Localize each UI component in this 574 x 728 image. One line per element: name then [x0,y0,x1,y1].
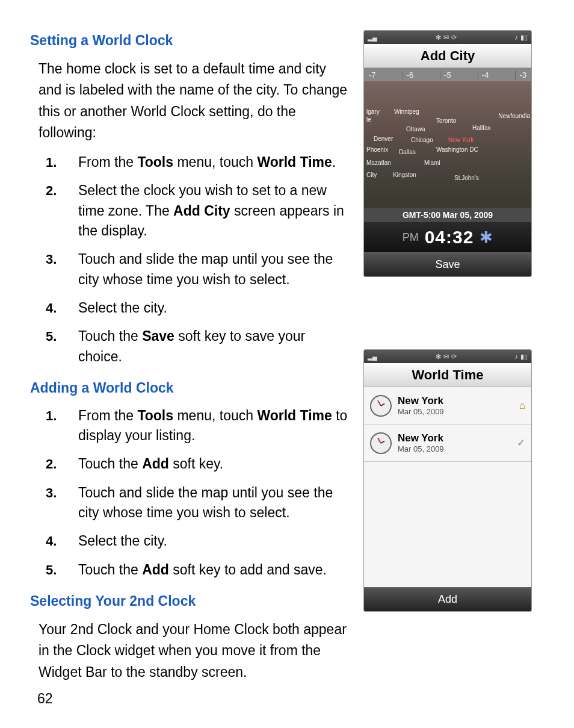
map-city-label: Miami [424,160,440,166]
signal-icon: ▂▄ [368,34,377,42]
step-number: 3. [46,249,78,290]
step-number: 4. [46,298,78,318]
step-text: Touch the Add soft key to add and save. [78,560,353,580]
map-city-label: Ottawa [406,126,425,132]
steps-list-adding: 1.From the Tools menu, touch World Time … [46,406,353,580]
step-number: 1. [46,152,78,172]
refresh-icon: ⟳ [451,353,457,361]
signal-icon: ▂▄ [368,353,377,361]
section-heading-adding: Adding a World Clock [30,378,353,399]
step-item: 1.From the Tools menu, touch World Time. [46,152,353,172]
step-text: From the Tools menu, touch World Time. [78,152,353,172]
city-list: New York Mar 05, 2009 ⌂ New York Mar 05,… [364,387,531,587]
check-icon: ✓ [517,437,525,449]
screen-title: World Time [364,363,531,387]
city-date: Mar 05, 2009 [398,444,511,453]
city-name: New York [398,395,513,407]
city-date: Mar 05, 2009 [398,407,513,416]
map-city-label: le [366,116,371,123]
step-number: 4. [46,531,78,551]
step-number: 5. [46,560,78,580]
status-bar: ▂▄ ✻ ✉ ⟳ ♪ ▮▯ [364,350,531,363]
clock-time: 04:32 [425,227,474,247]
step-item: 2.Select the clock you wish to set to a … [46,181,353,241]
bluetooth-icon: ✻ [436,353,441,361]
intro-paragraph: The home clock is set to a default time … [39,58,353,145]
step-text: Touch and slide the map until you see th… [78,483,353,523]
phone-screenshot-add-city: ▂▄ ✻ ✉ ⟳ ♪ ▮▯ Add City -7 -6 -5 -4 -3 [363,30,532,277]
step-text: Touch the Save soft key to save your cho… [78,326,353,367]
clock-icon [370,432,392,454]
map-city-label: Dallas [399,149,416,155]
intro-paragraph: Your 2nd Clock and your Home Clock both … [39,619,353,683]
step-item: 5.Touch the Add soft key to add and save… [46,560,353,580]
steps-list-setting: 1.From the Tools menu, touch World Time.… [46,152,353,367]
map-city-label: Washington DC [436,146,478,153]
map-city-label: Toronto [436,117,456,124]
map-city-label: lgary [366,108,380,115]
step-item: 3.Touch and slide the map until you see … [46,249,353,290]
step-number: 1. [46,406,78,446]
step-number: 3. [46,483,78,523]
map-city-label: Halifax [472,125,491,131]
map-city-label: Phoenix [366,146,388,153]
music-icon: ♪ [514,353,518,360]
refresh-icon: ⟳ [451,34,457,42]
clock-icon [370,395,392,417]
world-map[interactable]: lgary le Winnipeg Toronto Newfoundla Ott… [364,81,531,208]
step-text: Select the clock you wish to set to a ne… [78,181,353,241]
time-display: PM 04:32 ✱ [364,222,531,252]
battery-icon: ▮▯ [520,353,528,361]
city-name: New York [398,432,511,444]
map-city-label: Chicago [411,137,433,143]
step-text: Touch the Add soft key. [78,454,353,474]
map-city-label: City [366,172,377,178]
list-item[interactable]: New York Mar 05, 2009 ⌂ [364,387,531,425]
tz-label: -3 [515,70,526,79]
section-heading-2ndclock: Selecting Your 2nd Clock [30,591,353,612]
music-icon: ♪ [514,34,518,41]
tz-label: -5 [440,70,451,79]
step-number: 2. [46,454,78,474]
page-number: 62 [37,691,53,707]
step-item: 5.Touch the Save soft key to save your c… [46,326,353,367]
add-button[interactable]: Add [364,587,531,611]
step-number: 5. [46,326,78,367]
step-number: 2. [46,181,78,241]
map-city-label: Mazatlan [366,160,391,166]
map-city-label: St.John's [454,175,479,181]
map-city-label: Newfoundla [498,113,530,119]
message-icon: ✉ [443,34,449,42]
map-city-label: New York [448,137,474,143]
step-text: Select the city. [78,531,353,551]
tz-label: -7 [369,70,376,79]
dst-icon[interactable]: ✱ [480,228,493,247]
tz-label: -4 [478,70,489,79]
phone-screenshot-world-time: ▂▄ ✻ ✉ ⟳ ♪ ▮▯ World Time New York [363,349,532,612]
map-city-label: Denver [374,135,393,142]
home-icon: ⌂ [519,400,525,412]
ampm-label: PM [403,231,419,244]
screen-title: Add City [364,44,531,68]
bluetooth-icon: ✻ [436,34,441,42]
gmt-label: GMT-5:00 Mar 05, 2009 [364,208,531,222]
status-bar: ▂▄ ✻ ✉ ⟳ ♪ ▮▯ [364,31,531,44]
map-city-label: Winnipeg [394,108,419,115]
tz-label: -6 [403,70,414,79]
message-icon: ✉ [443,353,449,361]
step-item: 4.Select the city. [46,298,353,318]
timezone-row: -7 -6 -5 -4 -3 [364,68,531,81]
map-city-label: Kingston [393,172,416,178]
step-item: 1.From the Tools menu, touch World Time … [46,406,353,446]
list-item[interactable]: New York Mar 05, 2009 ✓ [364,425,531,462]
step-text: From the Tools menu, touch World Time to… [78,406,353,446]
step-item: 3.Touch and slide the map until you see … [46,483,353,523]
section-heading-setting: Setting a World Clock [30,30,353,51]
save-button[interactable]: Save [364,252,531,276]
step-text: Select the city. [78,298,353,318]
battery-icon: ▮▯ [520,34,528,42]
step-item: 4.Select the city. [46,531,353,551]
step-text: Touch and slide the map until you see th… [78,249,353,290]
step-item: 2.Touch the Add soft key. [46,454,353,474]
